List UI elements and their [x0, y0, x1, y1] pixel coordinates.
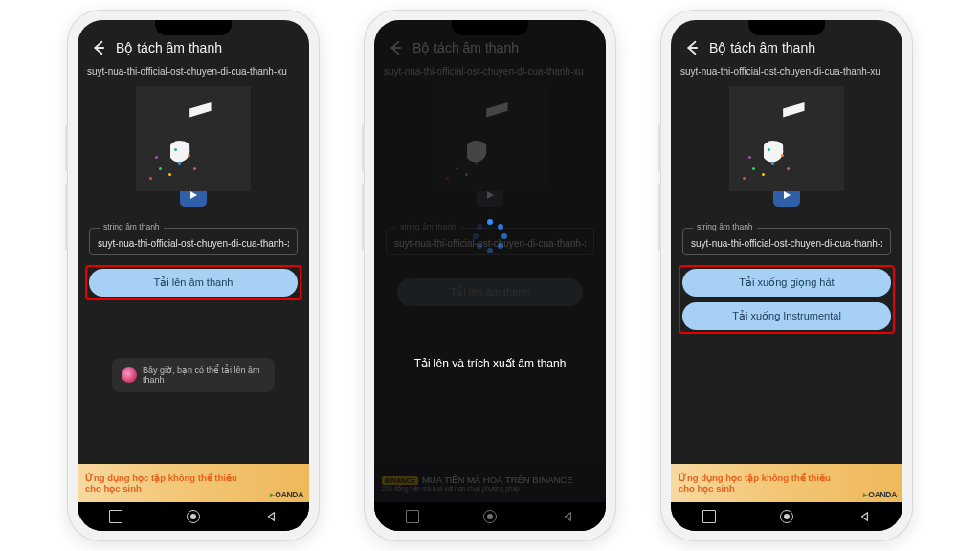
download-instrumental-button[interactable]: Tải xuống Instrumental	[682, 302, 891, 330]
highlight-downloads: Tải xuống giọng hát Tải xuống Instrument…	[679, 265, 895, 334]
hint-avatar-icon	[122, 367, 137, 383]
field-legend: string âm thanh	[693, 222, 757, 231]
field-value: suyt-nua-thi-official-ost-chuyen-di-cua-…	[691, 238, 882, 249]
confetti-graphic	[739, 136, 806, 184]
nav-recent-icon[interactable]	[702, 510, 716, 523]
page-title: Bộ tách âm thanh	[709, 40, 815, 55]
nav-home-icon[interactable]	[187, 510, 200, 523]
ad-banner[interactable]: Ứng dụng học tập không thể thiếu cho học…	[671, 464, 902, 502]
screen-upload: Bộ tách âm thanh suyt-nua-thi-official-o…	[78, 20, 309, 531]
notch	[155, 20, 232, 35]
screen-result: Bộ tách âm thanh suyt-nua-thi-official-o…	[671, 20, 902, 531]
phone-mockup-3: Bộ tách âm thanh suyt-nua-thi-official-o…	[661, 11, 912, 540]
notch	[748, 20, 825, 35]
nav-home-icon[interactable]	[780, 510, 793, 523]
nav-back-icon[interactable]	[264, 510, 278, 523]
back-icon[interactable]	[89, 39, 106, 56]
nav-back-icon[interactable]	[858, 510, 871, 523]
album-art	[729, 86, 844, 191]
phone-mockup-2: Bộ tách âm thanh suyt-nua-thi-official-o…	[365, 11, 615, 540]
ad-brand: OANDA	[270, 490, 303, 499]
screen-loading: Bộ tách âm thanh suyt-nua-thi-official-o…	[374, 20, 606, 531]
ad-text: Ứng dụng học tập không thể thiếu cho học…	[85, 473, 237, 494]
highlight-upload: Tải lên âm thanh	[85, 265, 301, 300]
phone-mockup-1: Bộ tách âm thanh suyt-nua-thi-official-o…	[68, 11, 319, 540]
ad-brand: OANDA	[863, 490, 897, 499]
field-value: suyt-nua-thi-official-ost-chuyen-di-cua-…	[98, 238, 289, 249]
page-title: Bộ tách âm thanh	[116, 40, 222, 55]
spinner-icon	[473, 219, 507, 253]
field-legend: string âm thanh	[100, 222, 164, 231]
audio-string-field[interactable]: string âm thanh suyt-nua-thi-official-os…	[682, 228, 891, 255]
android-navbar	[78, 502, 309, 531]
filename-strip: suyt-nua-thi-official-ost-chuyen-di-cua-…	[78, 64, 309, 82]
notch	[452, 20, 528, 35]
album-art	[136, 86, 251, 191]
ad-banner[interactable]: Ứng dụng học tập không thể thiếu cho học…	[78, 464, 309, 502]
loading-text: Tải lên và trích xuất âm thanh	[414, 357, 567, 370]
loading-overlay: Tải lên và trích xuất âm thanh	[374, 20, 606, 531]
audio-string-field[interactable]: string âm thanh suyt-nua-thi-official-os…	[89, 228, 298, 255]
artwork-area	[78, 82, 309, 216]
upload-button[interactable]: Tải lên âm thanh	[89, 269, 298, 297]
hint-text: Bây giờ, bạn có thể tải lên âm thanh	[143, 365, 265, 385]
hint-chip: Bây giờ, bạn có thể tải lên âm thanh	[112, 358, 275, 392]
back-icon[interactable]	[682, 39, 700, 56]
nav-recent-icon[interactable]	[109, 510, 122, 523]
confetti-graphic	[145, 136, 212, 184]
filename-strip: suyt-nua-thi-official-ost-chuyen-di-cua-…	[671, 64, 902, 82]
download-vocal-button[interactable]: Tải xuống giọng hát	[682, 269, 891, 297]
artwork-area	[671, 82, 902, 216]
android-navbar	[671, 502, 902, 531]
ad-text: Ứng dụng học tập không thể thiếu cho học…	[679, 473, 831, 494]
